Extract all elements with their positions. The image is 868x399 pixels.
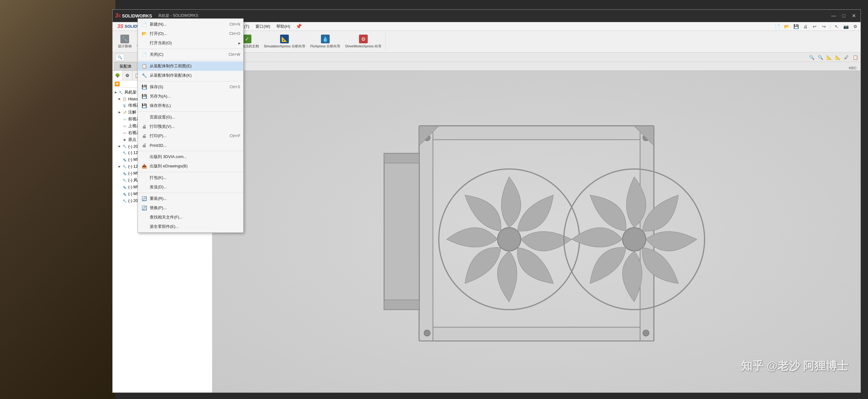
make-assembly-icon: 🔧 xyxy=(141,72,147,78)
origin-icon: ⊕ xyxy=(122,137,127,142)
file-open-current[interactable]: 打开当前(O) xyxy=(138,38,243,48)
save-icon: 💾 xyxy=(141,84,147,90)
sw-logo-s: S xyxy=(118,14,121,18)
file-close[interactable]: 📄 关闭(C) Ctrl+W xyxy=(138,50,243,59)
svg-rect-2 xyxy=(419,327,654,341)
panel-tab-config[interactable]: ⚙ xyxy=(123,71,132,80)
file-derived[interactable]: 派生零部件(E)... xyxy=(138,222,243,231)
file-save[interactable]: 💾 保存(S) Ctrl+S xyxy=(138,82,243,92)
file-menu-section-2: 📄 关闭(C) Ctrl+W xyxy=(138,49,243,61)
minimize-button[interactable]: — xyxy=(829,11,838,20)
design-calc-btn[interactable]: 🔧 设计算例 xyxy=(117,34,133,49)
flo-btn[interactable]: 💧 FloXpress 分析向导 xyxy=(309,34,342,49)
print-preview-icon: 🖨 xyxy=(141,124,147,130)
file-pack-go[interactable]: 打包(K)... xyxy=(138,173,243,182)
file-replace[interactable]: 🔄 替换(P)... xyxy=(138,203,243,212)
pack-label: 打包(K)... xyxy=(150,175,240,180)
fan-assembly-svg xyxy=(261,95,812,368)
search-bar[interactable]: 🔍 xyxy=(116,54,124,61)
part2-icon: 🔧 xyxy=(122,150,127,155)
file-menu-section-1: 📄 新建(N)... Ctrl+N 📂 打开(O)... Ctrl+O 打开当前… xyxy=(138,19,243,49)
rotate-icon[interactable]: 📐 xyxy=(825,54,833,61)
file-open[interactable]: 📂 打开(O)... Ctrl+O xyxy=(138,29,243,38)
file-menu-section-5: 页面设置(G)... 🖨 打印预览(V)... 🖨 打印(P)... Ctrl+… xyxy=(138,111,243,151)
file-publish-3dvia[interactable]: 出版到 3DVIA.com... xyxy=(138,152,243,162)
file-menu-section-6: 出版到 3DVIA.com... 📤 出版到 eDrawings(B) xyxy=(138,151,243,172)
design-calc-icon: 🔧 xyxy=(120,35,129,43)
find-refs-label: 查找相关文件(F)... xyxy=(150,214,240,220)
pin-icon[interactable]: 📌 xyxy=(296,23,302,29)
check-docs-icon: ✓ xyxy=(243,35,251,43)
print-shortcut: Ctrl+P xyxy=(223,134,240,138)
make-drawing-icon: 📋 xyxy=(141,63,147,69)
part1-expand: ▶ xyxy=(118,144,121,148)
search-icon: 🔍 xyxy=(118,55,122,60)
make-assembly-label: 从装配体制作装配体(K) xyxy=(150,73,240,78)
logo-ds: 3S xyxy=(117,24,124,29)
right-plane-icon: ▭ xyxy=(122,130,127,135)
new-doc-icon[interactable]: 📄 xyxy=(774,23,781,30)
file-page-setup[interactable]: 页面设置(G)... xyxy=(138,112,243,122)
select-icon[interactable]: ↖ xyxy=(833,23,840,30)
window-title: 风机架 - SOLIDWORKS xyxy=(158,13,198,19)
publish-3dvia-icon xyxy=(141,154,147,160)
annotations-expand: ▶ xyxy=(118,110,121,114)
make-drawing-label: 从装配体制作工程图(E) xyxy=(150,63,240,69)
tab-assembly[interactable]: 装配体 xyxy=(114,62,137,70)
new-label: 新建(N)... xyxy=(150,22,223,27)
flo-icon: 💧 xyxy=(321,35,330,43)
print3d-label: Print3D... xyxy=(150,143,240,148)
viewport-background xyxy=(212,71,861,393)
view-icon[interactable]: 🖊 xyxy=(843,54,850,61)
panel-tab-tree[interactable]: 🌳 xyxy=(113,71,123,80)
svg-point-15 xyxy=(643,330,649,336)
open-icon: 📂 xyxy=(141,31,147,37)
file-print-preview[interactable]: 🖨 打印预览(V)... xyxy=(138,122,243,131)
fit-icon[interactable]: 📐 xyxy=(834,54,841,61)
settings-icon[interactable]: ⚙ xyxy=(851,23,859,30)
filter-icon[interactable]: 🔽 xyxy=(115,81,120,86)
svg-point-14 xyxy=(424,330,430,336)
camera-icon[interactable]: 📷 xyxy=(842,23,849,30)
part3-icon: 🔩 xyxy=(122,157,127,162)
undo-icon[interactable]: ↩ xyxy=(811,23,818,30)
annotations-label: 注解 xyxy=(128,109,136,115)
file-save-as[interactable]: 💾 另存为(A)... xyxy=(138,92,243,101)
print-icon[interactable]: 🖨 xyxy=(802,23,809,30)
open-doc-icon[interactable]: 📂 xyxy=(783,23,790,30)
zoom-icon[interactable]: 🔍 xyxy=(808,54,815,61)
svg-rect-6 xyxy=(384,153,419,163)
driveworks-btn[interactable]: ⚙ DriveWorksXpress 向导 xyxy=(344,34,383,49)
new-icon: 📄 xyxy=(141,21,147,27)
file-save-all[interactable]: 💾 保存所有(L) xyxy=(138,101,243,110)
publish-3dvia-label: 出版到 3DVIA.com... xyxy=(150,154,240,160)
file-menu-section-4: 💾 保存(S) Ctrl+S 💾 另存为(A)... 💾 保存所有(L) xyxy=(138,81,243,111)
save-doc-icon[interactable]: 💾 xyxy=(792,23,800,30)
display-icon[interactable]: 📋 xyxy=(851,54,859,61)
menu-help[interactable]: 帮助(H) xyxy=(273,23,293,31)
flo-label: FloXpress 分析向导 xyxy=(310,44,341,48)
menu-window[interactable]: 窗口(W) xyxy=(252,23,273,31)
file-make-assembly[interactable]: 🔧 从装配体制作装配体(K) xyxy=(138,71,243,80)
pan-icon[interactable]: 🔍 xyxy=(816,54,824,61)
simulation-btn[interactable]: 📐 SimulationXpress 分析向导 xyxy=(262,34,307,49)
maximize-button[interactable]: □ xyxy=(839,11,848,20)
viewport[interactable]: 知乎 @老沙 阿狸博士 xyxy=(212,71,861,393)
file-publish-edrawings[interactable]: 📤 出版到 eDrawings(B) xyxy=(138,162,243,171)
send-icon xyxy=(141,184,147,190)
close-button[interactable]: ✕ xyxy=(849,11,858,20)
file-reload[interactable]: 🔄 重装(R)... xyxy=(138,194,243,203)
svg-point-11 xyxy=(623,228,646,251)
file-make-drawing[interactable]: 📋 从装配体制作工程图(E) xyxy=(138,61,243,71)
file-print3d[interactable]: 🖨 Print3D... xyxy=(138,141,243,150)
file-send[interactable]: 发送(D)... xyxy=(138,182,243,192)
front-plane-icon: ▭ xyxy=(122,117,127,122)
window-controls: — □ ✕ xyxy=(829,11,858,20)
file-print[interactable]: 🖨 打印(P)... Ctrl+P xyxy=(138,131,243,141)
redo-icon[interactable]: ↪ xyxy=(820,23,828,30)
file-new[interactable]: 📄 新建(N)... Ctrl+N xyxy=(138,20,243,29)
replace-icon: 🔄 xyxy=(141,205,147,211)
file-find-references[interactable]: 查找相关文件(F)... xyxy=(138,212,243,222)
top-plane-icon: ▭ xyxy=(122,124,127,128)
design-calc-label: 设计算例 xyxy=(118,44,132,48)
